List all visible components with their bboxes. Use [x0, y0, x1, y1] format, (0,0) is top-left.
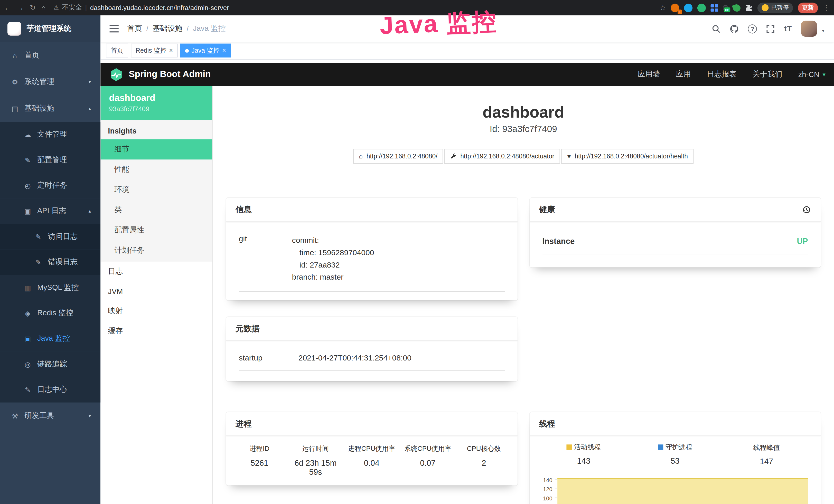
locale-selector[interactable]: zh-CN ▾ — [798, 70, 826, 78]
sidebar-item-label: 配置管理 — [37, 155, 67, 165]
back-icon[interactable]: ← — [4, 4, 11, 11]
sba-nav-applications[interactable]: 应用 — [676, 70, 691, 79]
address-bar[interactable]: ⚠ 不安全 | dashboard.yudao.iocoder.cn/infra… — [54, 3, 229, 12]
profile-paused-badge[interactable]: 已暂停 — [758, 2, 793, 13]
instance-header[interactable]: dashboard 93a3fc7f7409 — [101, 86, 212, 120]
y-tick-label: 140 — [543, 477, 552, 483]
sidebar-item-api-log[interactable]: ▣ API 日志 ▴ — [0, 198, 101, 224]
address-divider: | — [85, 4, 87, 12]
process-card-body: 进程ID 5261 运行时间 6d 23h 15m 59s — [226, 436, 517, 485]
spring-boot-admin-logo[interactable] — [109, 67, 124, 82]
browser-menu-icon[interactable]: ⋮ — [823, 4, 830, 11]
cards-grid: 信息 git commit: time: 1596289704000 — [213, 198, 834, 504]
sidebar-item-dev-tools[interactable]: ⚒ 研发工具 ▾ — [0, 403, 101, 429]
sidebar-item-scheduled-jobs[interactable]: ◴ 定时任务 — [0, 173, 101, 198]
extension-orange-icon[interactable]: 1 — [671, 3, 679, 12]
chevron-down-icon[interactable]: ▾ — [822, 28, 824, 37]
card-title: 线程 — [539, 419, 555, 429]
chrome-update-button[interactable]: 更新 — [798, 2, 818, 13]
link-url: http://192.168.0.2:48080/actuator — [460, 153, 554, 160]
chevron-up-icon: ▴ — [89, 106, 91, 111]
monitor-icon: ▣ — [23, 335, 32, 343]
link-url: http://192.168.0.2:48080/ — [367, 153, 437, 160]
tag-java-monitor[interactable]: Java 监控 × — [180, 44, 231, 58]
app-logo-row[interactable]: 芋道管理系统 — [0, 16, 101, 42]
insights-group: Insights 细节 性能 环境 类 配置属性 计划任务 — [101, 120, 212, 261]
sidebar-item-label: 首页 — [24, 51, 39, 60]
cards-right-column: 健康 Instance — [529, 198, 821, 504]
process-col-proc-cpu: 进程CPU使用率 0.04 — [344, 444, 400, 476]
forward-icon[interactable]: → — [17, 4, 24, 11]
reload-icon[interactable]: ↻ — [30, 4, 36, 11]
github-icon[interactable] — [730, 24, 739, 33]
sidebar-item-tracing[interactable]: ◎ 链路追踪 — [0, 351, 101, 377]
process-col-uptime: 运行时间 6d 23h 15m 59s — [287, 444, 344, 476]
health-url-link[interactable]: ♥ http://192.168.0.2:48080/actuator/heal… — [561, 149, 694, 164]
sidebar-item-log-center[interactable]: ✎ 日志中心 — [0, 377, 101, 402]
sba-item-metrics[interactable]: 性能 — [101, 159, 212, 180]
hamburger-icon[interactable] — [101, 16, 127, 42]
sba-item-config-props[interactable]: 配置属性 — [101, 220, 212, 240]
browser-home-icon[interactable]: ⌂ — [41, 4, 45, 11]
timer-icon: ◴ — [23, 182, 32, 189]
help-icon[interactable]: ? — [748, 24, 757, 33]
fullscreen-icon[interactable] — [766, 24, 775, 33]
sba-item-logs[interactable]: 日志 — [101, 261, 212, 282]
sba-nav-wallboard[interactable]: 应用墙 — [637, 70, 660, 79]
close-icon[interactable]: × — [222, 47, 226, 54]
breadcrumb-current: Java 监控 — [193, 24, 225, 33]
breadcrumb-home[interactable]: 首页 — [127, 24, 142, 33]
pencil-icon: ✎ — [23, 156, 32, 164]
sba-item-mappings[interactable]: 映射 — [101, 301, 212, 321]
service-url-link[interactable]: ⌂ http://192.168.0.2:48080/ — [353, 149, 443, 164]
metadata-value: 2021-04-27T00:44:31.254+08:00 — [299, 353, 412, 362]
sidebar-item-file-manage[interactable]: ☁ 文件管理 — [0, 122, 101, 147]
close-icon[interactable]: × — [169, 47, 173, 54]
sidebar-item-mysql-monitor[interactable]: ▥ MySQL 监控 — [0, 275, 101, 300]
font-size-icon[interactable]: tT — [784, 24, 792, 33]
sba-item-caches[interactable]: 缓存 — [101, 321, 212, 342]
search-icon[interactable] — [712, 24, 721, 33]
sidebar-item-error-log[interactable]: ✎ 错误日志 — [0, 249, 101, 275]
app-title: 芋道管理系统 — [27, 24, 71, 33]
sidebar-item-access-log[interactable]: ✎ 访问日志 — [0, 224, 101, 249]
sba-item-scheduled-tasks[interactable]: 计划任务 — [101, 240, 212, 260]
paused-label: 已暂停 — [771, 4, 789, 12]
tag-home[interactable]: 首页 — [106, 44, 128, 58]
extensions-puzzle-icon[interactable] — [745, 4, 752, 12]
sba-item-classes[interactable]: 类 — [101, 200, 212, 220]
sba-nav-journal[interactable]: 日志报表 — [707, 70, 737, 79]
column-header: 系统CPU使用率 — [400, 444, 456, 453]
sidebar-item-infra[interactable]: ▤ 基础设施 ▴ — [0, 95, 101, 122]
extension-green-circle-icon[interactable] — [697, 3, 706, 12]
sidebar-item-java-monitor[interactable]: ▣ Java 监控 — [0, 326, 101, 351]
breadcrumb-infra[interactable]: 基础设施 — [153, 24, 182, 33]
sba-item-details[interactable]: 细节 — [101, 139, 212, 160]
extension-drop-icon[interactable] — [684, 3, 693, 12]
process-card-title: 进程 — [226, 412, 517, 436]
history-icon[interactable] — [802, 205, 811, 214]
sidebar-item-home[interactable]: ⌂ 首页 — [0, 42, 101, 69]
extension-switch-icon[interactable]: on — [723, 5, 728, 10]
instance-id: 93a3fc7f7409 — [109, 105, 204, 113]
cell-value: 0.07 — [400, 458, 456, 467]
extension-grid-icon[interactable] — [711, 4, 718, 12]
sidebar-item-label: 定时任务 — [37, 181, 67, 190]
info-card-body: git commit: time: 1596289704000 id: 27aa… — [226, 222, 517, 292]
active-dot — [185, 48, 189, 52]
bookmark-star-icon[interactable]: ☆ — [660, 4, 666, 11]
sba-nav-about[interactable]: 关于我们 — [752, 70, 782, 79]
threads-chart: 140 120 100 — [538, 475, 812, 502]
user-avatar[interactable] — [802, 21, 817, 37]
actuator-url-link[interactable]: http://192.168.0.2:48080/actuator — [444, 149, 560, 164]
sba-item-jvm[interactable]: JVM — [101, 282, 212, 301]
tag-redis-monitor[interactable]: Redis 监控 × — [131, 44, 177, 58]
sidebar-item-redis-monitor[interactable]: ◈ Redis 监控 — [0, 300, 101, 326]
extension-leaf-icon[interactable] — [732, 3, 741, 12]
sidebar-item-system[interactable]: ⚙ 系统管理 ▾ — [0, 69, 101, 95]
sba-brand[interactable]: Spring Boot Admin — [129, 69, 211, 79]
column-header: 运行时间 — [287, 444, 344, 453]
info-key: git — [239, 234, 292, 283]
sba-item-environment[interactable]: 环境 — [101, 180, 212, 200]
sidebar-item-config-manage[interactable]: ✎ 配置管理 — [0, 147, 101, 173]
